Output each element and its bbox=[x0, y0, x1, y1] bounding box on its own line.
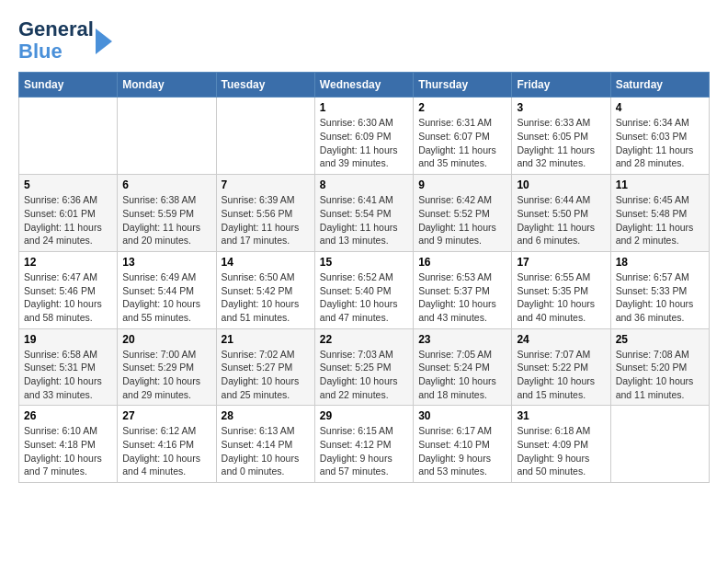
logo: GeneralBlue bbox=[18, 18, 112, 63]
calendar-cell: 6Sunrise: 6:38 AM Sunset: 5:59 PM Daylig… bbox=[118, 175, 216, 252]
day-info: Sunrise: 6:42 AM Sunset: 5:52 PM Dayligh… bbox=[418, 193, 506, 247]
day-info: Sunrise: 6:13 AM Sunset: 4:14 PM Dayligh… bbox=[222, 424, 310, 478]
calendar-cell: 23Sunrise: 7:05 AM Sunset: 5:24 PM Dayli… bbox=[414, 328, 512, 406]
day-info: Sunrise: 6:15 AM Sunset: 4:12 PM Dayligh… bbox=[320, 424, 408, 478]
day-info: Sunrise: 7:07 AM Sunset: 5:22 PM Dayligh… bbox=[517, 348, 605, 402]
calendar-cell: 1Sunrise: 6:30 AM Sunset: 6:09 PM Daylig… bbox=[314, 98, 413, 175]
day-info: Sunrise: 7:03 AM Sunset: 5:25 PM Dayligh… bbox=[320, 348, 408, 402]
calendar-cell: 2Sunrise: 6:31 AM Sunset: 6:07 PM Daylig… bbox=[414, 98, 512, 175]
calendar-cell bbox=[216, 98, 314, 175]
calendar-cell bbox=[118, 98, 216, 175]
calendar-cell: 22Sunrise: 7:03 AM Sunset: 5:25 PM Dayli… bbox=[314, 328, 413, 406]
day-info: Sunrise: 6:58 AM Sunset: 5:31 PM Dayligh… bbox=[24, 348, 112, 402]
weekday-header-cell: Wednesday bbox=[314, 73, 413, 98]
day-info: Sunrise: 6:33 AM Sunset: 6:05 PM Dayligh… bbox=[517, 116, 605, 170]
calendar-cell bbox=[19, 98, 118, 175]
calendar-cell: 10Sunrise: 6:44 AM Sunset: 5:50 PM Dayli… bbox=[512, 175, 610, 252]
day-info: Sunrise: 6:38 AM Sunset: 5:59 PM Dayligh… bbox=[122, 193, 210, 247]
day-info: Sunrise: 6:34 AM Sunset: 6:03 PM Dayligh… bbox=[616, 116, 704, 170]
calendar-cell: 15Sunrise: 6:52 AM Sunset: 5:40 PM Dayli… bbox=[314, 251, 413, 328]
calendar-cell: 26Sunrise: 6:10 AM Sunset: 4:18 PM Dayli… bbox=[19, 406, 118, 483]
calendar-cell: 20Sunrise: 7:00 AM Sunset: 5:29 PM Dayli… bbox=[118, 328, 216, 406]
day-info: Sunrise: 7:08 AM Sunset: 5:20 PM Dayligh… bbox=[616, 348, 704, 402]
day-info: Sunrise: 6:53 AM Sunset: 5:37 PM Dayligh… bbox=[418, 270, 506, 325]
calendar-cell: 27Sunrise: 6:12 AM Sunset: 4:16 PM Dayli… bbox=[118, 406, 216, 483]
page-header: GeneralBlue bbox=[18, 18, 710, 63]
calendar-cell: 11Sunrise: 6:45 AM Sunset: 5:48 PM Dayli… bbox=[610, 175, 709, 252]
weekday-header-row: SundayMondayTuesdayWednesdayThursdayFrid… bbox=[19, 73, 710, 98]
day-info: Sunrise: 6:31 AM Sunset: 6:07 PM Dayligh… bbox=[418, 116, 506, 170]
day-number: 18 bbox=[616, 256, 704, 269]
calendar-week-row: 26Sunrise: 6:10 AM Sunset: 4:18 PM Dayli… bbox=[19, 406, 710, 483]
day-info: Sunrise: 7:05 AM Sunset: 5:24 PM Dayligh… bbox=[418, 348, 506, 402]
calendar-week-row: 1Sunrise: 6:30 AM Sunset: 6:09 PM Daylig… bbox=[19, 98, 710, 175]
calendar-cell: 14Sunrise: 6:50 AM Sunset: 5:42 PM Dayli… bbox=[216, 251, 314, 328]
day-number: 14 bbox=[222, 256, 310, 269]
logo-text: GeneralBlue bbox=[18, 18, 94, 63]
day-number: 28 bbox=[222, 409, 310, 422]
calendar-body: 1Sunrise: 6:30 AM Sunset: 6:09 PM Daylig… bbox=[19, 98, 710, 483]
calendar-cell: 19Sunrise: 6:58 AM Sunset: 5:31 PM Dayli… bbox=[19, 328, 118, 406]
day-info: Sunrise: 6:12 AM Sunset: 4:16 PM Dayligh… bbox=[122, 424, 210, 478]
day-number: 27 bbox=[122, 409, 210, 422]
day-number: 4 bbox=[616, 101, 704, 114]
calendar-week-row: 5Sunrise: 6:36 AM Sunset: 6:01 PM Daylig… bbox=[19, 175, 710, 252]
calendar-cell: 3Sunrise: 6:33 AM Sunset: 6:05 PM Daylig… bbox=[512, 98, 610, 175]
day-number: 21 bbox=[222, 333, 310, 346]
day-number: 31 bbox=[517, 409, 605, 422]
day-info: Sunrise: 6:10 AM Sunset: 4:18 PM Dayligh… bbox=[24, 424, 112, 478]
calendar-cell: 7Sunrise: 6:39 AM Sunset: 5:56 PM Daylig… bbox=[216, 175, 314, 252]
day-number: 24 bbox=[517, 333, 605, 346]
calendar-cell: 13Sunrise: 6:49 AM Sunset: 5:44 PM Dayli… bbox=[118, 251, 216, 328]
day-info: Sunrise: 6:50 AM Sunset: 5:42 PM Dayligh… bbox=[222, 270, 310, 325]
day-number: 22 bbox=[320, 333, 408, 346]
weekday-header-cell: Saturday bbox=[610, 73, 709, 98]
calendar-cell: 16Sunrise: 6:53 AM Sunset: 5:37 PM Dayli… bbox=[414, 251, 512, 328]
calendar-table: SundayMondayTuesdayWednesdayThursdayFrid… bbox=[18, 72, 710, 483]
day-number: 29 bbox=[320, 409, 408, 422]
weekday-header-cell: Sunday bbox=[19, 73, 118, 98]
weekday-header-cell: Monday bbox=[118, 73, 216, 98]
day-info: Sunrise: 7:00 AM Sunset: 5:29 PM Dayligh… bbox=[122, 348, 210, 402]
day-info: Sunrise: 6:30 AM Sunset: 6:09 PM Dayligh… bbox=[320, 116, 408, 170]
calendar-cell: 8Sunrise: 6:41 AM Sunset: 5:54 PM Daylig… bbox=[314, 175, 413, 252]
calendar-cell: 9Sunrise: 6:42 AM Sunset: 5:52 PM Daylig… bbox=[414, 175, 512, 252]
calendar-cell: 17Sunrise: 6:55 AM Sunset: 5:35 PM Dayli… bbox=[512, 251, 610, 328]
weekday-header-cell: Tuesday bbox=[216, 73, 314, 98]
calendar-cell: 5Sunrise: 6:36 AM Sunset: 6:01 PM Daylig… bbox=[19, 175, 118, 252]
calendar-cell: 30Sunrise: 6:17 AM Sunset: 4:10 PM Dayli… bbox=[414, 406, 512, 483]
weekday-header-cell: Thursday bbox=[414, 73, 512, 98]
day-info: Sunrise: 6:17 AM Sunset: 4:10 PM Dayligh… bbox=[418, 424, 506, 478]
calendar-cell: 12Sunrise: 6:47 AM Sunset: 5:46 PM Dayli… bbox=[19, 251, 118, 328]
calendar-cell bbox=[610, 406, 709, 483]
day-number: 20 bbox=[122, 333, 210, 346]
day-info: Sunrise: 6:47 AM Sunset: 5:46 PM Dayligh… bbox=[24, 270, 112, 325]
day-number: 19 bbox=[24, 333, 112, 346]
day-number: 23 bbox=[418, 333, 506, 346]
day-info: Sunrise: 6:36 AM Sunset: 6:01 PM Dayligh… bbox=[24, 193, 112, 247]
day-number: 15 bbox=[320, 256, 408, 269]
day-info: Sunrise: 6:39 AM Sunset: 5:56 PM Dayligh… bbox=[222, 193, 310, 247]
calendar-week-row: 19Sunrise: 6:58 AM Sunset: 5:31 PM Dayli… bbox=[19, 328, 710, 406]
day-number: 30 bbox=[418, 409, 506, 422]
day-info: Sunrise: 6:41 AM Sunset: 5:54 PM Dayligh… bbox=[320, 193, 408, 247]
day-number: 7 bbox=[222, 178, 310, 191]
day-number: 8 bbox=[320, 178, 408, 191]
calendar-cell: 24Sunrise: 7:07 AM Sunset: 5:22 PM Dayli… bbox=[512, 328, 610, 406]
calendar-cell: 21Sunrise: 7:02 AM Sunset: 5:27 PM Dayli… bbox=[216, 328, 314, 406]
calendar-week-row: 12Sunrise: 6:47 AM Sunset: 5:46 PM Dayli… bbox=[19, 251, 710, 328]
day-number: 6 bbox=[122, 178, 210, 191]
calendar-cell: 4Sunrise: 6:34 AM Sunset: 6:03 PM Daylig… bbox=[610, 98, 709, 175]
day-info: Sunrise: 6:45 AM Sunset: 5:48 PM Dayligh… bbox=[616, 193, 704, 247]
day-number: 16 bbox=[418, 256, 506, 269]
day-number: 1 bbox=[320, 101, 408, 114]
day-number: 25 bbox=[616, 333, 704, 346]
day-info: Sunrise: 6:52 AM Sunset: 5:40 PM Dayligh… bbox=[320, 270, 408, 325]
calendar-cell: 18Sunrise: 6:57 AM Sunset: 5:33 PM Dayli… bbox=[610, 251, 709, 328]
day-number: 3 bbox=[517, 101, 605, 114]
calendar-cell: 31Sunrise: 6:18 AM Sunset: 4:09 PM Dayli… bbox=[512, 406, 610, 483]
calendar-cell: 29Sunrise: 6:15 AM Sunset: 4:12 PM Dayli… bbox=[314, 406, 413, 483]
day-number: 2 bbox=[418, 101, 506, 114]
day-info: Sunrise: 6:57 AM Sunset: 5:33 PM Dayligh… bbox=[616, 270, 704, 325]
calendar-cell: 25Sunrise: 7:08 AM Sunset: 5:20 PM Dayli… bbox=[610, 328, 709, 406]
